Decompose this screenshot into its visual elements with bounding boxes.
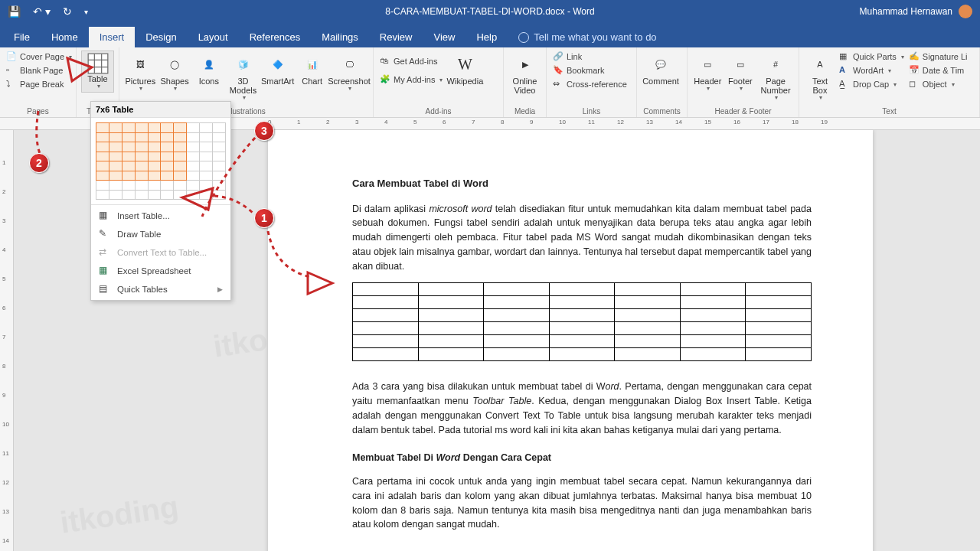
table-cell[interactable] (549, 296, 615, 309)
pictures-button[interactable]: 🖼Pictures▾ (124, 51, 157, 93)
3d-models-button[interactable]: 🧊3D Models▾ (227, 51, 260, 102)
grid-cell[interactable] (135, 181, 148, 191)
grid-cell[interactable] (148, 171, 161, 181)
grid-cell[interactable] (187, 123, 200, 133)
table-cell[interactable] (746, 322, 812, 335)
table-cell[interactable] (615, 296, 681, 309)
comment-button[interactable]: 💬Comment (642, 51, 680, 86)
grid-cell[interactable] (148, 123, 161, 133)
grid-cell[interactable] (109, 123, 122, 133)
page[interactable]: Cara Membuat Tabel di Word Di dalam apli… (268, 130, 873, 551)
grid-cell[interactable] (96, 142, 109, 152)
grid-cell[interactable] (187, 142, 200, 152)
grid-cell[interactable] (200, 123, 213, 133)
page-number-button[interactable]: #Page Number▾ (757, 51, 794, 102)
table-cell[interactable] (353, 283, 419, 296)
grid-cell[interactable] (135, 142, 148, 152)
save-icon[interactable]: 💾 (8, 5, 21, 18)
shapes-button[interactable]: ◯Shapes▾ (158, 51, 191, 93)
table-cell[interactable] (549, 309, 615, 322)
table-cell[interactable] (680, 309, 746, 322)
link-button[interactable]: 🔗Link (551, 51, 629, 63)
table-cell[interactable] (353, 322, 419, 335)
grid-cell[interactable] (109, 152, 122, 161)
grid-cell[interactable] (109, 181, 122, 191)
grid-cell[interactable] (148, 181, 161, 191)
grid-cell[interactable] (122, 123, 135, 133)
chart-button[interactable]: 📊Chart (296, 51, 328, 86)
table-cell[interactable] (615, 348, 681, 361)
grid-cell[interactable] (213, 161, 226, 171)
grid-cell[interactable] (213, 190, 226, 200)
cover-page-button[interactable]: 📄Cover Page▾ (5, 51, 74, 63)
table-cell[interactable] (418, 335, 484, 348)
grid-cell[interactable] (213, 123, 226, 133)
table-cell[interactable] (484, 335, 550, 348)
excel-spreadsheet-item[interactable]: ▦Excel Spreadsheet (91, 262, 230, 280)
document-content[interactable]: Cara Membuat Tabel di Word Di dalam apli… (352, 176, 812, 541)
online-video-button[interactable]: ▶Online Video (508, 51, 541, 95)
grid-cell[interactable] (174, 190, 187, 200)
grid-cell[interactable] (174, 142, 187, 152)
tab-mailings[interactable]: Mailings (311, 27, 369, 47)
icons-button[interactable]: 👤Icons (192, 51, 225, 86)
grid-cell[interactable] (135, 190, 148, 200)
grid-cell[interactable] (187, 171, 200, 181)
table-cell[interactable] (549, 283, 615, 296)
grid-cell[interactable] (122, 190, 135, 200)
table-cell[interactable] (353, 296, 419, 309)
table-cell[interactable] (418, 322, 484, 335)
grid-cell[interactable] (135, 171, 148, 181)
my-addins-button[interactable]: 🧩My Add-ins▾ (378, 73, 444, 86)
grid-cell[interactable] (122, 181, 135, 191)
tab-design[interactable]: Design (135, 27, 187, 47)
grid-cell[interactable] (148, 142, 161, 152)
grid-cell[interactable] (187, 152, 200, 161)
table-cell[interactable] (484, 309, 550, 322)
grid-cell[interactable] (122, 161, 135, 171)
get-addins-button[interactable]: 🛍Get Add-ins (378, 55, 444, 67)
grid-cell[interactable] (200, 190, 213, 200)
grid-cell[interactable] (161, 161, 174, 171)
tab-view[interactable]: View (423, 27, 466, 47)
smartart-button[interactable]: 🔷SmartArt (261, 51, 294, 86)
grid-cell[interactable] (200, 161, 213, 171)
table-cell[interactable] (549, 348, 615, 361)
table-cell[interactable] (353, 348, 419, 361)
table-cell[interactable] (746, 296, 812, 309)
grid-cell[interactable] (135, 123, 148, 133)
table-grid-picker[interactable] (91, 118, 230, 204)
tab-references[interactable]: References (239, 27, 311, 47)
table-cell[interactable] (484, 322, 550, 335)
grid-cell[interactable] (174, 123, 187, 133)
grid-cell[interactable] (148, 161, 161, 171)
grid-cell[interactable] (109, 132, 122, 142)
grid-cell[interactable] (161, 171, 174, 181)
grid-cell[interactable] (135, 152, 148, 161)
table-cell[interactable] (353, 309, 419, 322)
grid-cell[interactable] (213, 181, 226, 191)
grid-cell[interactable] (200, 171, 213, 181)
grid-cell[interactable] (148, 132, 161, 142)
grid-cell[interactable] (135, 132, 148, 142)
insert-table-item[interactable]: ▦Insert Table... (91, 207, 230, 225)
qat-more-icon[interactable]: ▾ (84, 8, 88, 16)
table-cell[interactable] (615, 309, 681, 322)
table-cell[interactable] (746, 348, 812, 361)
tab-home[interactable]: Home (41, 27, 89, 47)
grid-cell[interactable] (109, 171, 122, 181)
wikipedia-button[interactable]: WWikipedia (446, 51, 484, 86)
table-cell[interactable] (549, 335, 615, 348)
table-cell[interactable] (549, 322, 615, 335)
grid-cell[interactable] (213, 152, 226, 161)
grid-cell[interactable] (161, 152, 174, 161)
grid-cell[interactable] (200, 132, 213, 142)
wordart-button[interactable]: AWordArt▾ (838, 64, 906, 77)
grid-cell[interactable] (161, 132, 174, 142)
tab-file[interactable]: File (3, 27, 41, 47)
table-cell[interactable] (484, 283, 550, 296)
header-button[interactable]: ▭Header▾ (692, 51, 724, 93)
text-box-button[interactable]: AText Box▾ (804, 51, 836, 102)
table-cell[interactable] (615, 283, 681, 296)
grid-cell[interactable] (213, 132, 226, 142)
